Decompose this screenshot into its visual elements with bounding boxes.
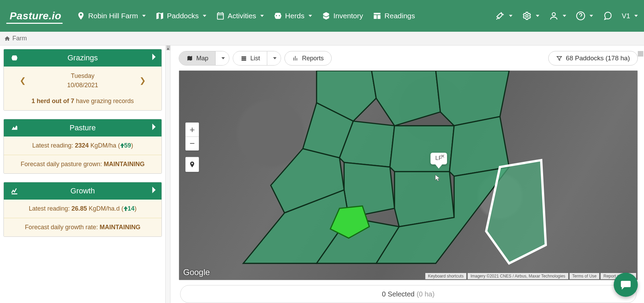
growth-forecast-label: Forecast daily growth rate: [25, 224, 100, 231]
nav-utilities: V1 [495, 11, 638, 21]
growth-close: ) [135, 205, 137, 212]
nav-version[interactable]: V1 [622, 12, 638, 20]
calendar-icon [216, 11, 225, 20]
home-icon [4, 36, 10, 42]
zoom-out-button[interactable]: − [186, 137, 199, 150]
next-day-button[interactable]: ❯ [139, 76, 146, 85]
person-icon [549, 11, 559, 21]
sidebar-splitter[interactable]: ▲ [165, 46, 170, 303]
nav-readings[interactable]: Readings [373, 11, 415, 20]
map-button-label: Map [196, 55, 208, 62]
chevron-right-icon [151, 186, 157, 196]
growth-card: Growth Latest reading: 26.85 KgDM/ha.d (… [3, 182, 162, 237]
paddock-filter[interactable]: 68 Paddocks (178 ha) [548, 51, 638, 65]
nav-help[interactable] [576, 11, 593, 21]
nav-farm-selector[interactable]: Robin Hill Farm [76, 11, 146, 20]
selection-count: 0 Selected [382, 290, 415, 298]
breadcrumb: Farm [0, 32, 644, 46]
chevron-right-icon [151, 123, 157, 133]
grazings-title: Grazings [4, 53, 162, 62]
pasture-title: Pasture [4, 123, 162, 132]
content: Map List Reports 68 Paddocks (178 ha) [170, 46, 644, 303]
list-dropdown[interactable] [267, 51, 281, 65]
attrib-terms[interactable]: Terms of Use [570, 273, 600, 279]
caret-down-icon [273, 57, 277, 59]
map-dropdown[interactable] [215, 51, 229, 65]
nav-herds[interactable]: Herds [273, 11, 312, 20]
prev-day-button[interactable]: ❮ [20, 76, 26, 85]
growth-forecast: Forecast daily growth rate: MAINTAINING [4, 218, 162, 236]
growth-latest-label: Latest reading: [29, 205, 71, 212]
map-canvas[interactable]: + − ✕ LF Google Keyboard shortcuts Image… [179, 70, 638, 280]
reports-button[interactable]: Reports [284, 51, 332, 65]
reports-button-label: Reports [302, 55, 324, 62]
zoom-in-button[interactable]: + [186, 123, 199, 137]
pasture-latest: Latest reading: 2324 KgDM/ha (59) [4, 137, 162, 155]
pasture-latest-value: 2324 [75, 142, 89, 149]
svg-point-0 [526, 15, 528, 17]
chevron-right-icon [151, 53, 157, 63]
caret-down-icon [309, 15, 312, 17]
pasture-forecast: Forecast daily pasture grown: MAINTAININ… [4, 155, 162, 173]
paddock-overlay [179, 71, 637, 268]
grazings-body: ❮ Tuesday 10/08/2021 ❯ 1 herd out of 7 h… [4, 67, 162, 110]
nav-inventory[interactable]: Inventory [322, 11, 363, 20]
nav-settings[interactable] [522, 11, 539, 21]
help-icon [576, 11, 585, 21]
grazings-header[interactable]: Grazings [4, 49, 162, 67]
list-button[interactable]: List [233, 51, 267, 65]
zoom-control: + − [185, 122, 199, 151]
grazings-summary: 1 herd out of 7 have grazing records [4, 92, 162, 110]
bar-chart-icon [292, 55, 299, 61]
caret-down-icon [563, 15, 566, 17]
grazings-summary-count: 1 herd out of 7 [31, 98, 74, 104]
scroll-indicator[interactable] [638, 51, 643, 57]
filter-icon [556, 55, 562, 61]
brand-logo[interactable]: Pasture.io [3, 10, 67, 22]
chat-icon [603, 11, 612, 21]
list-button-group: List [233, 51, 281, 65]
close-icon[interactable]: ✕ [441, 153, 445, 159]
pasture-delta-value: 59 [124, 142, 131, 149]
nav-account[interactable] [549, 11, 566, 21]
tools-icon [495, 11, 505, 21]
attrib-imagery: Imagery ©2021 CNES / Airbus, Maxar Techn… [468, 273, 568, 279]
nav-tools[interactable] [495, 11, 512, 21]
map-button[interactable]: Map [179, 51, 215, 65]
pasture-close: ) [131, 142, 133, 149]
primary-nav: Robin Hill Farm Paddocks Activities Herd… [76, 11, 415, 20]
nav-activities[interactable]: Activities [216, 11, 264, 20]
caret-down-icon [509, 15, 512, 17]
nav-readings-label: Readings [384, 12, 415, 20]
nav-farm-label: Robin Hill Farm [88, 12, 138, 20]
caret-down-icon [260, 15, 264, 17]
pin-icon [76, 11, 85, 20]
cow-icon [10, 54, 19, 62]
growth-latest-value: 26.85 [71, 205, 87, 212]
locate-button[interactable] [185, 157, 199, 172]
map-icon [186, 55, 194, 61]
growth-header[interactable]: Growth [4, 182, 162, 200]
pasture-header[interactable]: Pasture [4, 119, 162, 137]
breadcrumb-label[interactable]: Farm [12, 35, 27, 42]
boxes-icon [322, 11, 331, 20]
chat-fab[interactable] [614, 273, 638, 297]
attrib-shortcuts[interactable]: Keyboard shortcuts [425, 273, 466, 279]
nav-paddocks[interactable]: Paddocks [155, 11, 206, 20]
selection-bar[interactable]: 0 Selected (0 ha) [180, 285, 636, 303]
map-controls: + − [185, 122, 199, 172]
nav-version-label: V1 [622, 12, 630, 20]
caret-down-icon [536, 15, 539, 17]
nav-chat[interactable] [603, 11, 612, 21]
nav-paddocks-label: Paddocks [167, 12, 199, 20]
caret-down-icon [142, 15, 146, 17]
area-chart-icon [10, 124, 19, 132]
pasture-forecast-label: Forecast daily pasture grown: [21, 161, 104, 168]
map-attribution: Keyboard shortcuts Imagery ©2021 CNES / … [425, 273, 636, 279]
table-icon [373, 11, 382, 20]
growth-title: Growth [4, 186, 162, 195]
side-column: Grazings ❮ Tuesday 10/08/2021 ❯ 1 herd o… [0, 46, 170, 303]
grazings-date-row: ❮ Tuesday 10/08/2021 ❯ [4, 67, 162, 92]
caret-down-icon [221, 57, 225, 59]
paddock-callout[interactable]: ✕ LF [430, 153, 447, 164]
